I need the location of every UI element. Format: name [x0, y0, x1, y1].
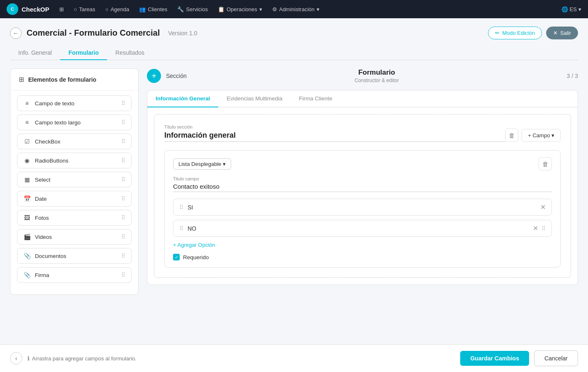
option-close-si[interactable]: ✕: [540, 203, 546, 211]
field-type-selector[interactable]: Lista Desplegable ▾: [173, 158, 231, 170]
logo-icon: C: [7, 3, 18, 15]
tab-evidencias-multimedia[interactable]: Evidencias Multimedia: [218, 90, 290, 107]
text-field-icon: ≡: [23, 100, 31, 107]
tab-resultados[interactable]: Resultados: [107, 46, 153, 60]
element-label-date: Date: [35, 196, 47, 202]
add-field-button[interactable]: + Campo ▾: [522, 129, 561, 142]
drag-handle[interactable]: ⠿: [121, 100, 125, 107]
drag-handle[interactable]: ⠿: [121, 233, 125, 240]
topnav: C CheckOP ⊞ ○ Tareas ○ Agenda 👥 Clientes…: [0, 0, 588, 18]
field-title-input[interactable]: [173, 183, 552, 192]
element-videos[interactable]: 🎬 Videos ⠿: [17, 229, 132, 245]
drag-handle[interactable]: ⠿: [121, 119, 125, 126]
firma-icon: 📎: [23, 272, 31, 278]
drag-handle[interactable]: ⠿: [121, 195, 125, 202]
nav-item-tareas[interactable]: ○ Tareas: [74, 6, 95, 12]
tab-firma-cliente[interactable]: Firma Cliente: [291, 90, 341, 107]
element-radiobuttons[interactable]: ◉ RadioButtons ⠿: [17, 153, 132, 168]
option-item-si: ⠿ SI ✕: [173, 199, 552, 216]
chevron-down-icon-admin: ▾: [317, 6, 320, 12]
option-text-si: SI: [188, 204, 537, 211]
nav-item-dashboard[interactable]: ⊞: [59, 6, 64, 12]
required-checkbox[interactable]: ✓: [173, 254, 180, 260]
lang-label: ES: [570, 6, 577, 12]
element-campo-texto[interactable]: ≡ Campo de texto ⠿: [17, 95, 132, 111]
nav-item-clientes[interactable]: 👥 Clientes: [139, 6, 167, 12]
section-content: Título sección 🗑 + Campo ▾: [154, 114, 571, 278]
logo-text: CheckOP: [22, 6, 49, 13]
nav-label-servicios: Servicios: [186, 6, 208, 12]
element-label-firma: Firma: [35, 272, 49, 278]
nav-label-operaciones: Operaciones: [227, 6, 257, 12]
drag-handle[interactable]: ⠿: [121, 157, 125, 164]
dashboard-icon: ⊞: [59, 6, 64, 12]
edit-mode-button[interactable]: ✏ Modo Edición: [488, 27, 542, 39]
tab-info-general[interactable]: Info. General: [10, 46, 60, 60]
drag-handle[interactable]: ⠿: [121, 253, 125, 259]
element-campo-texto-largo[interactable]: ≡ Campo texto largo ⠿: [17, 114, 132, 130]
right-panel: + Sección Formulario Constructor & edito…: [147, 68, 578, 295]
servicios-icon: 🔧: [177, 6, 184, 12]
close-icon: ✕: [553, 30, 558, 36]
logo[interactable]: C CheckOP: [7, 3, 49, 15]
pencil-icon: ✏: [495, 30, 500, 36]
salir-button[interactable]: ✕ Salir: [546, 27, 578, 39]
elements-icon: ⊞: [19, 75, 24, 83]
back-icon: ←: [13, 30, 19, 36]
element-label-select: Select: [35, 177, 51, 183]
form-title-block: Formulario Constructor & editor: [192, 68, 562, 83]
nav-item-agenda[interactable]: ○ Agenda: [105, 6, 129, 12]
nav-item-servicios[interactable]: 🔧 Servicios: [177, 6, 208, 12]
element-date[interactable]: 📅 Date ⠿: [17, 191, 132, 207]
date-icon: 📅: [23, 195, 31, 202]
drag-handle[interactable]: ⠿: [121, 214, 125, 221]
operaciones-icon: 📋: [218, 6, 224, 12]
drag-handle-no[interactable]: ⠿: [179, 225, 183, 232]
back-button[interactable]: ←: [10, 27, 22, 39]
field-type-label: Lista Desplegable ▾: [178, 161, 226, 167]
tab-formulario[interactable]: Formulario: [60, 46, 107, 60]
element-firma[interactable]: 📎 Firma ⠿: [17, 267, 132, 283]
chevron-down-icon: ▾: [259, 6, 262, 12]
nav-item-administracion[interactable]: ⚙ Administración ▾: [272, 6, 320, 12]
drag-handle-si[interactable]: ⠿: [179, 204, 183, 211]
section-title-input[interactable]: [164, 131, 505, 142]
administracion-icon: ⚙: [272, 6, 277, 12]
element-select[interactable]: ▦ Select ⠿: [17, 172, 132, 187]
option-close-no[interactable]: ✕: [533, 224, 538, 232]
field-delete-button[interactable]: 🗑: [539, 157, 552, 170]
options-list: ⠿ SI ✕ ⠿ NO ✕ ⠿: [173, 199, 552, 237]
form-subtitle: Constructor & editor: [192, 78, 562, 83]
element-label-radiobuttons: RadioButtons: [35, 158, 68, 164]
header-actions: ✏ Modo Edición ✕ Salir: [488, 27, 578, 39]
tab-informacion-general[interactable]: Información General: [147, 90, 218, 107]
section-delete-button[interactable]: 🗑: [505, 129, 518, 142]
radio-icon: ◉: [23, 157, 31, 164]
left-panel: ⊞ Elementos de formulario ≡ Campo de tex…: [10, 68, 139, 295]
element-checkbox[interactable]: ☑ CheckBox ⠿: [17, 134, 132, 149]
add-option-link[interactable]: + Agregar Opción: [173, 242, 215, 248]
grid-icon: ⠿: [542, 225, 546, 232]
element-fotos[interactable]: 🖼 Fotos ⠿: [17, 210, 132, 226]
field-title-label: Titulo campo: [173, 176, 552, 181]
required-label: Requerido: [183, 254, 209, 260]
element-label-campo-texto-largo: Campo texto largo: [35, 119, 81, 126]
option-item-no: ⠿ NO ✕ ⠿: [173, 220, 552, 237]
nav-item-operaciones[interactable]: 📋 Operaciones ▾: [218, 6, 262, 12]
element-documentos[interactable]: 📎 Documentos ⠿: [17, 248, 132, 264]
element-label-campo-texto: Campo de texto: [35, 100, 74, 107]
select-icon: ▦: [23, 176, 31, 183]
element-label-fotos: Fotos: [35, 215, 49, 221]
drag-handle[interactable]: ⠿: [121, 176, 125, 183]
lang-selector[interactable]: 🌐 ES ▾: [561, 6, 581, 12]
option-text-no: NO: [188, 225, 529, 232]
clientes-icon: 👥: [139, 6, 146, 12]
drag-handle[interactable]: ⠿: [121, 272, 125, 278]
field-type-row: Lista Desplegable ▾ 🗑: [173, 157, 552, 170]
add-section-button[interactable]: +: [147, 69, 161, 83]
section-title-group: Título sección: [164, 124, 505, 142]
trash-icon: 🗑: [509, 132, 515, 139]
documentos-icon: 📎: [23, 253, 31, 259]
drag-handle[interactable]: ⠿: [121, 138, 125, 145]
checkbox-icon: ☑: [23, 138, 31, 145]
